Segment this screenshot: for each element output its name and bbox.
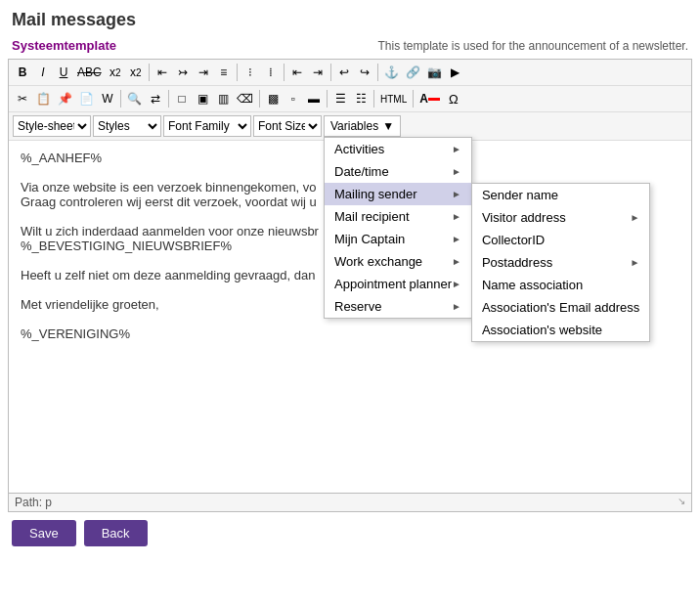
toolbar-sep5 (377, 64, 378, 81)
variables-dropdown[interactable]: Variables ▼ Activities ► Date/time ► Mai… (324, 115, 401, 137)
link-button[interactable]: 🔗 (403, 63, 423, 82)
replace-button[interactable]: ⇄ (146, 89, 165, 108)
resize-icon[interactable]: ↘ (678, 496, 685, 509)
tb-btn10[interactable]: ▥ (213, 89, 233, 108)
chevron-down-icon: ▼ (382, 119, 394, 133)
page-title: Mail messages (0, 0, 700, 36)
ordered-list-button[interactable]: ⁞ (261, 63, 281, 82)
tb-btn8[interactable]: □ (172, 89, 192, 108)
submenu-name-association[interactable]: Name association (472, 274, 649, 296)
variables-button[interactable]: Variables ▼ (324, 115, 401, 137)
bold-button[interactable]: B (13, 63, 32, 82)
underline-button[interactable]: U (54, 63, 73, 82)
tb-btn11[interactable]: ⌫ (234, 89, 256, 108)
arrow-datetime: ► (452, 166, 461, 177)
font-family-select[interactable]: Font Family (163, 115, 251, 137)
superscript-button[interactable]: x2 (126, 63, 146, 82)
paste-button[interactable]: 📌 (55, 89, 75, 108)
indent-button[interactable]: ⇥ (308, 63, 328, 82)
toolbar-sep3 (284, 64, 284, 81)
cut-button[interactable]: ✂ (13, 89, 32, 108)
image-button[interactable]: 📷 (424, 63, 445, 82)
menu-item-reserve[interactable]: Reserve ► (325, 295, 471, 318)
header-row: Systeemtemplate This template is used fo… (0, 36, 700, 59)
arrow-appointment-planner: ► (452, 279, 461, 289)
menu-item-datetime[interactable]: Date/time ► (325, 160, 471, 183)
editor-container: B I U ABC x2 x2 ⇤ ↣ ⇥ ≡ ⁝ ⁞ ⇤ ⇥ ↩ ↪ ⚓ 🔗 … (8, 59, 692, 512)
save-button[interactable]: Save (12, 520, 76, 546)
align-justify-button[interactable]: ≡ (214, 63, 234, 82)
submenu-visitor-address[interactable]: Visitor address ► (472, 206, 649, 229)
find-button[interactable]: 🔍 (124, 89, 145, 108)
menu-item-mijn-captain[interactable]: Mijn Captain ► (325, 228, 471, 250)
arrow-postaddress: ► (630, 257, 639, 268)
path-bar: Path: p ↘ (9, 493, 691, 511)
arrow-mailing-sender: ► (452, 189, 461, 199)
align-left-button[interactable]: ⇤ (153, 63, 172, 82)
submenu-assoc-website[interactable]: Association's website (472, 319, 649, 341)
arrow-reserve: ► (452, 301, 461, 312)
copy-button[interactable]: 📋 (33, 89, 54, 108)
media-button[interactable]: ▶ (446, 63, 465, 82)
italic-button[interactable]: I (33, 63, 53, 82)
toolbar-sep4 (330, 64, 331, 81)
menu-item-activities[interactable]: Activities ► (325, 138, 471, 160)
submenu-postaddress[interactable]: Postaddress ► (472, 251, 649, 274)
html-button[interactable]: HTML (377, 89, 410, 108)
outdent-button[interactable]: ⇤ (287, 63, 307, 82)
arrow-activities: ► (452, 144, 461, 154)
tb-btn12[interactable]: ▩ (263, 89, 283, 108)
tb-btn9[interactable]: ▣ (193, 89, 212, 108)
paste-word-button[interactable]: W (98, 89, 117, 108)
toolbar-sep8 (259, 90, 260, 108)
redo-button[interactable]: ↪ (355, 63, 374, 82)
menu-item-work-exchange[interactable]: Work exchange ► (325, 250, 471, 273)
toolbar-sep7 (168, 90, 169, 108)
variables-context-menu: Activities ► Date/time ► Mailing sender … (324, 137, 472, 319)
special-char-button[interactable]: Ω (444, 89, 463, 108)
submenu-collector-id[interactable]: CollectorID (472, 229, 649, 251)
font-color-button[interactable]: A (416, 89, 443, 108)
arrow-mijn-captain: ► (452, 234, 461, 244)
table-button[interactable]: ☰ (330, 89, 350, 108)
toolbar-sep6 (120, 90, 121, 108)
paste-text-button[interactable]: 📄 (76, 89, 97, 108)
strikethrough-button[interactable]: ABC (74, 63, 105, 82)
menu-item-mailing-sender[interactable]: Mailing sender ► Sender name Visitor add… (325, 183, 471, 205)
submenu-assoc-email[interactable]: Association's Email address (472, 296, 649, 319)
back-button[interactable]: Back (84, 520, 148, 546)
menu-item-appointment-planner[interactable]: Appointment planner ► (325, 273, 471, 295)
mailing-sender-submenu: Sender name Visitor address ► CollectorI… (471, 183, 650, 342)
align-center-button[interactable]: ↣ (173, 63, 193, 82)
undo-button[interactable]: ↩ (334, 63, 354, 82)
arrow-visitor-address: ► (630, 212, 639, 223)
anchor-button[interactable]: ⚓ (381, 63, 402, 82)
list-button[interactable]: ⁝ (241, 63, 260, 82)
arrow-mail-recipient: ► (452, 211, 461, 222)
arrow-work-exchange: ► (452, 256, 461, 267)
subscript-button[interactable]: x2 (106, 63, 125, 82)
toolbar-row2: ✂ 📋 📌 📄 W 🔍 ⇄ □ ▣ ▥ ⌫ ▩ ▫ ▬ ☰ ☷ HTML A Ω (9, 86, 691, 112)
table2-button[interactable]: ☷ (351, 89, 371, 108)
toolbar-sep9 (327, 90, 328, 108)
toolbar-sep10 (373, 90, 374, 108)
toolbar-sep1 (149, 64, 150, 81)
page-wrapper: Mail messages Systeemtemplate This templ… (0, 0, 700, 607)
variables-label: Variables (330, 119, 378, 133)
toolbar-row1: B I U ABC x2 x2 ⇤ ↣ ⇥ ≡ ⁝ ⁞ ⇤ ⇥ ↩ ↪ ⚓ 🔗 … (9, 60, 691, 86)
template-description: This template is used for the announceme… (377, 39, 688, 53)
path-label: Path: p (15, 496, 52, 509)
styles-select[interactable]: Styles (93, 115, 161, 137)
submenu-sender-name[interactable]: Sender name (472, 184, 649, 206)
font-size-select[interactable]: Font Size (253, 115, 322, 137)
align-right-button[interactable]: ⇥ (194, 63, 213, 82)
style-sheet-select[interactable]: Style-sheet (13, 115, 91, 137)
footer-bar: Save Back (0, 512, 700, 554)
toolbar-sep2 (237, 64, 238, 81)
menu-item-mail-recipient[interactable]: Mail recipient ► (325, 205, 471, 228)
toolbar-sep11 (413, 90, 414, 108)
systeemtemplate-label: Systeemtemplate (12, 38, 116, 53)
tb-btn14[interactable]: ▬ (304, 89, 324, 108)
toolbar-row3: Style-sheet Styles Font Family Font Size… (9, 112, 691, 141)
tb-btn13[interactable]: ▫ (284, 89, 303, 108)
